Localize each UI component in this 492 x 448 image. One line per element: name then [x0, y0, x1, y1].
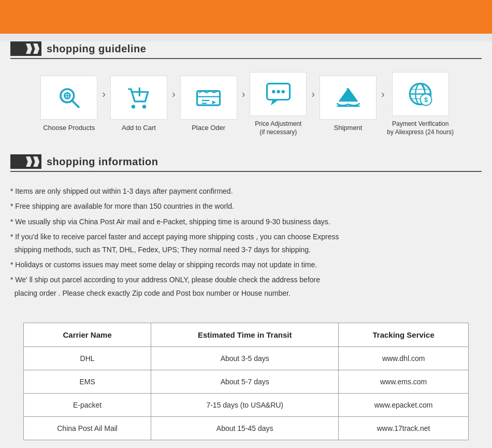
step-icon-place-order: [180, 76, 237, 120]
step-icon-shipment: [320, 76, 377, 120]
step-label-choose-products: Choose Products: [43, 124, 95, 133]
svg-point-14: [272, 90, 275, 93]
table-row: E-packet 7-15 days (to USA&RU) www.epack…: [24, 393, 469, 416]
tracking-chinapost: www.17track.net: [339, 416, 469, 440]
tracking-ems: www.ems.com: [339, 370, 469, 393]
guideline-header-icon: [10, 41, 41, 56]
arrow-1: ›: [102, 88, 106, 100]
svg-rect-17: [346, 88, 348, 102]
chevron-icon-3: [26, 156, 32, 167]
information-header-bar: shopping information: [10, 154, 482, 172]
step-icon-price-adjustment: [250, 72, 307, 116]
carrier-ems: EMS: [24, 370, 151, 393]
table-header-transit: Estimated Time in Transit: [151, 323, 339, 346]
step-label-add-to-cart: Add to Cart: [122, 124, 156, 133]
arrow-4: ›: [311, 88, 315, 100]
info-line-2: * Free shipping are available for more t…: [10, 200, 482, 213]
step-price-adjustment: Price Adjustment (if necessary): [247, 72, 309, 136]
step-label-shipment: Shipment: [334, 124, 363, 133]
information-title: shopping information: [47, 156, 158, 168]
table-header-tracking: Tracking Service: [339, 323, 469, 346]
svg-point-6: [142, 105, 146, 108]
svg-point-5: [132, 105, 135, 108]
guideline-title: shopping guideline: [47, 43, 146, 55]
svg-text:$: $: [424, 96, 428, 104]
transit-chinapost: About 15-45 days: [151, 416, 339, 440]
cart-icon: [124, 83, 153, 112]
step-shipment: Shipment: [317, 76, 379, 133]
info-line-5: * Holidays or customs issues may meet so…: [10, 258, 482, 271]
arrow-3: ›: [242, 88, 245, 100]
arrow-5: ›: [381, 88, 385, 100]
step-label-price-adjustment: Price Adjustment (if necessary): [255, 120, 301, 136]
table-header-carrier: Carrier Name: [24, 323, 151, 346]
guideline-header: shopping guideline: [10, 41, 482, 59]
boat-icon: [334, 83, 363, 112]
orange-banner: [0, 0, 492, 34]
svg-point-15: [277, 90, 280, 93]
chat-icon: [264, 80, 293, 108]
globe-icon: $: [406, 80, 435, 108]
chevron-icon-2: [33, 44, 39, 54]
carrier-epacket: E-packet: [24, 393, 151, 416]
info-line-6: * We' ll ship out parcel according to yo…: [10, 273, 482, 299]
chevron-icon-4: [33, 156, 39, 167]
svg-point-16: [281, 90, 284, 93]
tracking-epacket: www.epacket.com: [339, 393, 469, 416]
step-icon-choose-products: [40, 76, 97, 120]
svg-rect-9: [197, 91, 220, 106]
guideline-header-bar: shopping guideline: [10, 41, 482, 59]
step-label-payment-verification: Payment Verification by Aliexpress (24 h…: [387, 120, 454, 136]
shipping-table: Carrier Name Estimated Time in Transit T…: [23, 323, 469, 440]
transit-ems: About 5-7 days: [151, 370, 339, 393]
tracking-dhl: www.dhl.com: [339, 346, 469, 370]
information-header: shopping information: [10, 154, 482, 172]
step-payment-verification: $ Payment Verification by Aliexpress (24…: [387, 72, 454, 136]
steps-container: Choose Products › Add to Cart ›: [10, 67, 482, 147]
table-row: DHL About 3-5 days www.dhl.com: [24, 346, 469, 370]
step-icon-payment-verification: $: [392, 72, 449, 116]
transit-dhl: About 3-5 days: [151, 346, 339, 370]
info-section: * Items are only shipped out within 1-3 …: [10, 180, 482, 312]
information-header-icon: [10, 154, 41, 169]
content-area: shopping guideline Choose Products ›: [0, 41, 492, 448]
table-header-row: Carrier Name Estimated Time in Transit T…: [24, 323, 469, 346]
carrier-chinapost: China Post Ail Mail: [24, 416, 151, 440]
ticket-icon: [194, 83, 223, 112]
step-place-order: Place Oder: [178, 76, 240, 133]
step-choose-products: Choose Products: [38, 76, 100, 133]
search-icon: [55, 83, 83, 112]
info-line-4: * If you'd like to receive parcel faster…: [10, 230, 482, 256]
info-line-3: * We usually ship via China Post Air mai…: [10, 215, 482, 228]
carrier-dhl: DHL: [24, 346, 151, 370]
svg-line-1: [72, 100, 79, 107]
transit-epacket: 7-15 days (to USA&RU): [151, 393, 339, 416]
step-label-place-order: Place Oder: [192, 124, 225, 133]
step-add-to-cart: Add to Cart: [108, 76, 170, 133]
arrow-2: ›: [172, 88, 176, 100]
chevron-icon-1: [26, 44, 32, 54]
table-row: EMS About 5-7 days www.ems.com: [24, 370, 469, 393]
table-row: China Post Ail Mail About 15-45 days www…: [24, 416, 469, 440]
info-line-1: * Items are only shipped out within 1-3 …: [10, 185, 482, 198]
step-icon-add-to-cart: [110, 76, 167, 120]
